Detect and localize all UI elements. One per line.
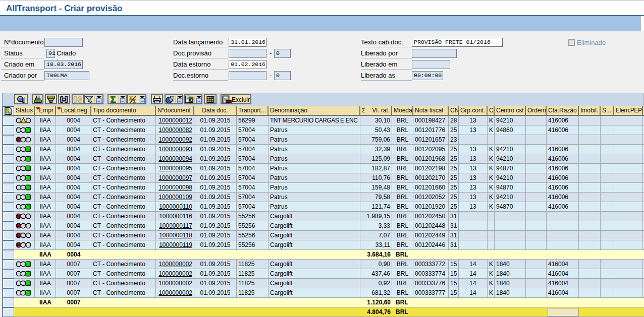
svg-text:Σ: Σ: [111, 95, 116, 104]
